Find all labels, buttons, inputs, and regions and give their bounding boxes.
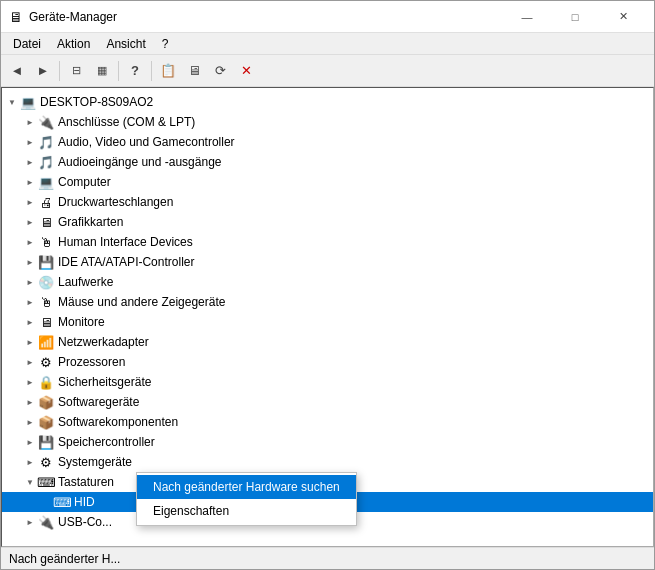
maximize-button[interactable]: □	[552, 7, 598, 27]
list-item[interactable]: ► 🎵 Audio, Video und Gamecontroller	[2, 132, 653, 152]
list-item[interactable]: ► 🔒 Sicherheitsgeräte	[2, 372, 653, 392]
item-icon: 📦	[38, 394, 54, 410]
item-label: Laufwerke	[58, 275, 113, 289]
toolbar-sep-3	[151, 61, 152, 81]
expand-icon: ►	[22, 294, 38, 310]
title-bar: 🖥 Geräte-Manager — □ ✕	[1, 1, 654, 33]
list-item[interactable]: ► 📦 Softwaregeräte	[2, 392, 653, 412]
expand-icon: ►	[22, 274, 38, 290]
toolbar: ◄ ► ⊟ ▦ ? 📋 🖥 ⟳ ✕	[1, 55, 654, 87]
status-text: Nach geänderter H...	[9, 552, 120, 566]
item-icon: ⌨	[54, 494, 70, 510]
expand-icon: ►	[22, 134, 38, 150]
item-label: Softwaregeräte	[58, 395, 139, 409]
toolbar-properties[interactable]: 📋	[156, 59, 180, 83]
item-icon: 🎵	[38, 154, 54, 170]
expand-icon: ►	[22, 514, 38, 530]
expand-icon: ►	[22, 414, 38, 430]
expand-icon: ►	[22, 174, 38, 190]
list-item[interactable]: ► ⚙ Prozessoren	[2, 352, 653, 372]
item-label: Anschlüsse (COM & LPT)	[58, 115, 195, 129]
item-icon: ⚙	[38, 454, 54, 470]
toolbar-scan[interactable]: ⟳	[208, 59, 232, 83]
item-label: Speichercontroller	[58, 435, 155, 449]
list-item[interactable]: ► 💻 Computer	[2, 172, 653, 192]
item-icon: 🖱	[38, 234, 54, 250]
toolbar-sep-1	[59, 61, 60, 81]
item-label: USB-Co...	[58, 515, 112, 529]
toolbar-list-view[interactable]: ▦	[90, 59, 114, 83]
expand-icon: ►	[22, 314, 38, 330]
menu-aktion[interactable]: Aktion	[49, 35, 98, 52]
list-item[interactable]: ► 🖥 Grafikkarten	[2, 212, 653, 232]
list-item[interactable]: ► 💾 Speichercontroller	[2, 432, 653, 452]
list-item[interactable]: ► 📦 Softwarekomponenten	[2, 412, 653, 432]
toolbar-monitor[interactable]: 🖥	[182, 59, 206, 83]
item-label: Softwarekomponenten	[58, 415, 178, 429]
tree-root[interactable]: ▼ 💻 DESKTOP-8S09AO2	[2, 92, 653, 112]
item-icon: 🔌	[38, 114, 54, 130]
expand-icon: ►	[22, 454, 38, 470]
root-expand-icon: ▼	[4, 94, 20, 110]
list-item[interactable]: ► 🖱 Human Interface Devices	[2, 232, 653, 252]
item-icon: 🎵	[38, 134, 54, 150]
list-item[interactable]: ► 🖥 Monitore	[2, 312, 653, 332]
toolbar-sep-2	[118, 61, 119, 81]
expand-icon: ►	[22, 214, 38, 230]
item-icon: 💻	[38, 174, 54, 190]
list-item[interactable]: ► 🔌 Anschlüsse (COM & LPT)	[2, 112, 653, 132]
expand-icon: ►	[22, 234, 38, 250]
item-icon: 💾	[38, 254, 54, 270]
toolbar-help[interactable]: ?	[123, 59, 147, 83]
context-menu-item-scan[interactable]: Nach geänderter Hardware suchen	[137, 475, 356, 499]
item-label: Systemgeräte	[58, 455, 132, 469]
item-label: Tastaturen	[58, 475, 114, 489]
list-item[interactable]: ► ⚙ Systemgeräte	[2, 452, 653, 472]
item-label: Audioeingänge und -ausgänge	[58, 155, 221, 169]
item-icon: 💿	[38, 274, 54, 290]
item-label: Monitore	[58, 315, 105, 329]
list-item[interactable]: ► 💿 Laufwerke	[2, 272, 653, 292]
item-label: Prozessoren	[58, 355, 125, 369]
item-icon: 🔒	[38, 374, 54, 390]
toolbar-back[interactable]: ◄	[5, 59, 29, 83]
item-label: Sicherheitsgeräte	[58, 375, 151, 389]
item-label: Netzwerkadapter	[58, 335, 149, 349]
menu-help[interactable]: ?	[154, 35, 177, 52]
item-icon: 📦	[38, 414, 54, 430]
item-icon: ⚙	[38, 354, 54, 370]
expand-icon: ►	[22, 374, 38, 390]
expand-icon: ►	[22, 394, 38, 410]
window-title: Geräte-Manager	[29, 10, 117, 24]
item-icon: 🖥	[38, 214, 54, 230]
close-button[interactable]: ✕	[600, 7, 646, 27]
minimize-button[interactable]: —	[504, 7, 550, 27]
list-item[interactable]: ► 🎵 Audioeingänge und -ausgänge	[2, 152, 653, 172]
expand-icon: ►	[22, 334, 38, 350]
expand-icon: ►	[22, 434, 38, 450]
menu-datei[interactable]: Datei	[5, 35, 49, 52]
item-icon: 📶	[38, 334, 54, 350]
toolbar-forward[interactable]: ►	[31, 59, 55, 83]
item-icon: ⌨	[38, 474, 54, 490]
expand-icon: ►	[22, 154, 38, 170]
item-icon: 💾	[38, 434, 54, 450]
title-controls: — □ ✕	[504, 7, 646, 27]
list-item[interactable]: ► 🖱 Mäuse und andere Zeigegeräte	[2, 292, 653, 312]
item-icon: 🖥	[38, 314, 54, 330]
menu-ansicht[interactable]: Ansicht	[98, 35, 153, 52]
toolbar-remove[interactable]: ✕	[234, 59, 258, 83]
list-item[interactable]: ► 📶 Netzwerkadapter	[2, 332, 653, 352]
expand-icon: ►	[22, 254, 38, 270]
menu-bar: Datei Aktion Ansicht ?	[1, 33, 654, 55]
window-icon: 🖥	[9, 9, 23, 25]
context-menu-item-properties[interactable]: Eigenschaften	[137, 499, 356, 523]
root-icon: 💻	[20, 94, 36, 110]
item-icon: 🖱	[38, 294, 54, 310]
item-label: IDE ATA/ATAPI-Controller	[58, 255, 194, 269]
list-item[interactable]: ► 🖨 Druckwarteschlangen	[2, 192, 653, 212]
content: ▼ 💻 DESKTOP-8S09AO2 ► 🔌 Anschlüsse (COM …	[1, 87, 654, 547]
toolbar-tree-view[interactable]: ⊟	[64, 59, 88, 83]
list-item[interactable]: ► 💾 IDE ATA/ATAPI-Controller	[2, 252, 653, 272]
context-menu: Nach geänderter Hardware suchen Eigensch…	[136, 472, 357, 526]
